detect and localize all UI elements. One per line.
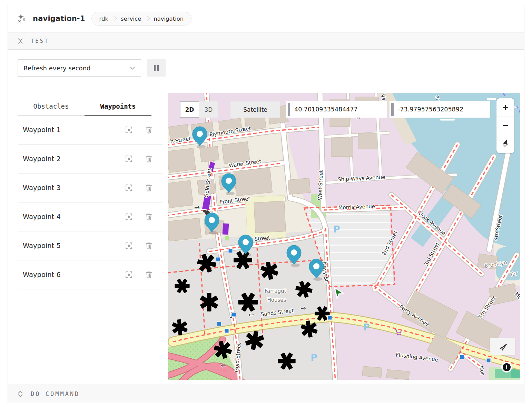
resource-card: navigation-1 rdkservicenavigation TEST R…	[8, 5, 524, 402]
do-command-section-bar[interactable]: DO COMMAND	[8, 385, 524, 403]
card-header: navigation-1 rdkservicenavigation	[8, 5, 524, 32]
do-command-label: DO COMMAND	[31, 390, 80, 397]
trash-icon	[146, 184, 152, 191]
focus-target-icon	[125, 271, 132, 278]
trash-icon	[146, 242, 152, 249]
trash-icon	[146, 155, 152, 162]
focus-waypoint-button[interactable]	[125, 184, 132, 191]
pause-refresh-button[interactable]	[147, 59, 166, 77]
focus-target-icon	[125, 213, 132, 220]
delete-waypoint-button[interactable]	[146, 126, 152, 133]
parking-icon: P	[311, 353, 317, 363]
focus-waypoint-button[interactable]	[125, 126, 132, 133]
waypoint-label: Waypoint 4	[18, 213, 125, 221]
test-section-label: TEST	[31, 38, 49, 44]
focus-waypoint-button[interactable]	[125, 242, 132, 249]
navigation-arrow-icon	[498, 342, 507, 351]
latitude-field	[286, 101, 387, 118]
expand-icon	[18, 391, 23, 397]
map-container: Plymouth Streeth StreetWater StreetFront…	[168, 93, 520, 380]
tab-obstacles[interactable]: Obstacles	[18, 100, 85, 116]
zoom-in-button[interactable]: +	[496, 98, 514, 117]
compass-button[interactable]	[496, 135, 514, 153]
waypoint-row: Waypoint 4	[18, 202, 163, 231]
trash-icon	[146, 271, 152, 278]
waypoint-row: Waypoint 2	[18, 145, 163, 173]
panel-tabs: ObstaclesWaypoints	[18, 100, 151, 116]
compass-icon	[501, 139, 510, 148]
focus-target-icon	[125, 184, 132, 191]
test-section-bar[interactable]: TEST	[8, 32, 524, 50]
waypoint-row: Waypoint 5	[18, 231, 163, 260]
map-canvas[interactable]: Plymouth Streeth StreetWater StreetFront…	[168, 93, 520, 380]
waypoint-row: Waypoint 3	[18, 173, 163, 202]
parking-icon: P	[333, 224, 340, 235]
map-zoom-controls: + −	[496, 98, 514, 153]
map-2d-button[interactable]: 2D	[180, 101, 199, 118]
street-label: West Street	[317, 170, 324, 200]
breadcrumb: rdkservicenavigation	[91, 12, 192, 26]
waypoint-list: Waypoint 1 Waypoint 2	[18, 116, 163, 289]
focus-target-icon	[125, 242, 132, 249]
map-3d-button[interactable]: 3D	[199, 101, 218, 118]
chevron-down-icon	[130, 67, 135, 70]
waypoint-row: Waypoint 6	[18, 260, 163, 289]
locate-robot-button[interactable]	[490, 338, 515, 355]
street-label: Va	[380, 93, 387, 101]
focus-target-icon	[125, 155, 132, 162]
delete-waypoint-button[interactable]	[146, 271, 152, 278]
street-label: →	[194, 203, 200, 211]
movement-sparkles-icon	[17, 14, 27, 23]
street-label: ↓	[228, 312, 234, 320]
delete-waypoint-button[interactable]	[146, 155, 152, 162]
longitude-drag-handle[interactable]	[391, 103, 394, 116]
breadcrumb-separator	[112, 16, 117, 21]
page-title: navigation-1	[33, 14, 85, 23]
breadcrumb-item-service[interactable]: service	[121, 16, 141, 22]
street-label: →	[300, 304, 306, 312]
breadcrumb-item-rdk[interactable]: rdk	[99, 16, 109, 22]
street-label: Houses	[267, 297, 286, 303]
tab-waypoints[interactable]: Waypoints	[85, 100, 151, 116]
street-label: Farragut	[265, 288, 286, 294]
trash-icon	[146, 126, 152, 133]
parking-icon: P	[363, 322, 370, 332]
longitude-input[interactable]	[394, 106, 490, 113]
latitude-input[interactable]	[290, 106, 387, 113]
street-label: ←	[221, 361, 226, 369]
breadcrumb-separator	[145, 16, 150, 21]
collapse-icon	[18, 38, 23, 44]
refresh-rate-value: Refresh every second	[23, 64, 90, 72]
info-icon: i	[503, 363, 511, 371]
waypoint-label: Waypoint 5	[18, 242, 125, 250]
waypoint-row: Waypoint 1	[18, 116, 163, 145]
map-mode-toggle: 2D 3D	[180, 101, 218, 118]
delete-waypoint-button[interactable]	[146, 184, 152, 191]
main-content: ObstaclesWaypoints Waypoint 1	[8, 93, 524, 380]
focus-waypoint-button[interactable]	[125, 271, 132, 278]
longitude-field	[390, 101, 490, 118]
waypoint-label: Waypoint 2	[18, 155, 125, 163]
zoom-out-button[interactable]: −	[496, 117, 514, 135]
latitude-drag-handle[interactable]	[288, 103, 290, 116]
waypoint-label: Waypoint 1	[18, 126, 125, 134]
street-label: Morris Avenue	[338, 203, 375, 211]
delete-waypoint-button[interactable]	[146, 242, 152, 249]
refresh-controls: Refresh every second	[8, 50, 524, 93]
waypoint-label: Waypoint 3	[18, 184, 125, 192]
trash-icon	[146, 213, 152, 220]
waypoints-panel: ObstaclesWaypoints Waypoint 1	[8, 93, 168, 380]
street-label: ←	[248, 310, 254, 319]
refresh-rate-select[interactable]: Refresh every second	[18, 59, 141, 77]
focus-waypoint-button[interactable]	[125, 213, 132, 220]
waypoint-label: Waypoint 6	[18, 271, 125, 279]
pause-icon	[154, 65, 156, 71]
breadcrumb-item-navigation[interactable]: navigation	[154, 16, 184, 22]
map-attribution-info-button[interactable]: i	[501, 362, 512, 373]
satellite-toggle-button[interactable]: Satellite	[230, 101, 280, 118]
focus-target-icon	[125, 126, 132, 133]
focus-waypoint-button[interactable]	[125, 155, 132, 162]
delete-waypoint-button[interactable]	[146, 213, 152, 220]
obstacle-marker[interactable]	[223, 224, 229, 235]
